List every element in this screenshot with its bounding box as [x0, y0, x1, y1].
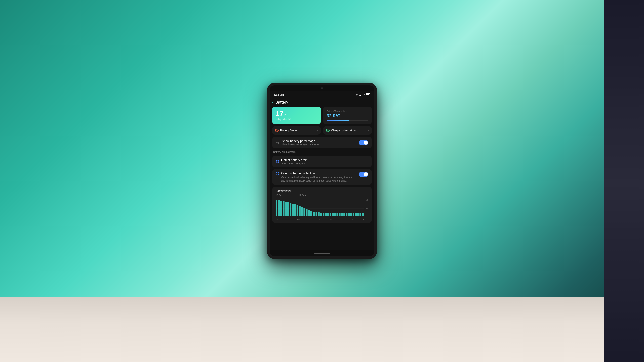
- svg-rect-6: [276, 200, 277, 216]
- overdischarge-left: Overdischarge protection If the device h…: [276, 172, 357, 182]
- svg-rect-11: [287, 202, 289, 216]
- detect-battery-item[interactable]: Detect battery drain Smart detect batter…: [272, 156, 372, 167]
- svg-rect-33: [339, 213, 341, 216]
- show-battery-toggle[interactable]: [359, 140, 368, 145]
- svg-rect-36: [346, 213, 347, 216]
- chart-x-label-09: 09: [330, 218, 332, 220]
- overdischarge-title: Overdischarge protection: [281, 172, 357, 175]
- svg-rect-13: [292, 204, 294, 216]
- detect-icon: [276, 160, 279, 163]
- detect-left: Detect battery drain Smart detect batter…: [276, 158, 308, 165]
- tablet-outer: 5:32 pm ··· ★ ▲ ◠ ‹ Battery: [267, 83, 377, 259]
- battery-percent-sign: %: [284, 112, 287, 117]
- camera-dot: [321, 87, 323, 89]
- charge-optimization-button[interactable]: Charge optimization ›: [323, 126, 372, 135]
- svg-rect-15: [297, 205, 298, 216]
- chart-date-1: 16 Sept: [276, 194, 284, 196]
- temp-bar-container: [327, 120, 368, 121]
- svg-rect-40: [355, 213, 357, 216]
- battery-saver-label: Battery Saver: [280, 129, 297, 132]
- svg-marker-2: [328, 130, 328, 131]
- signal-icon: ▲: [359, 93, 361, 96]
- chart-vertical-line: [315, 197, 315, 217]
- svg-rect-38: [350, 213, 352, 216]
- show-battery-subtitle: Show battery percentage in status bar: [282, 143, 320, 146]
- svg-text:!: !: [277, 130, 277, 131]
- temp-label: Battery Temperature: [327, 110, 368, 112]
- svg-rect-34: [341, 213, 343, 216]
- show-battery-title: Show battery percentage: [282, 139, 320, 143]
- battery-percent-card: 17% 1 day, 5 hrs left: [272, 107, 321, 124]
- bluetooth-icon: ★: [356, 93, 358, 96]
- battery-cards: 17% 1 day, 5 hrs left Battery Temperatur…: [272, 107, 372, 124]
- overdischarge-toggle[interactable]: [359, 172, 368, 177]
- svg-rect-18: [303, 208, 305, 216]
- chart-x-label-18b: 18: [362, 218, 364, 220]
- chart-section: Battery level 16 Sept 17 Sept: [272, 187, 372, 223]
- chart-x-labels: 18 21 00 03 06 09 12 15 18: [276, 218, 368, 220]
- svg-rect-21: [310, 211, 312, 216]
- temp-value: 32.0°C: [327, 113, 368, 119]
- chart-title: Battery level: [276, 189, 368, 192]
- svg-text:0: 0: [367, 215, 368, 217]
- battery-percentage-value: 17: [276, 110, 284, 117]
- battery-chart-svg: 100 50 0: [276, 197, 368, 217]
- chart-x-label-15: 15: [351, 218, 353, 220]
- overdischarge-icon: [276, 172, 279, 175]
- header: ‹ Battery: [270, 98, 374, 107]
- battery-drain-section-label: Battery drain details: [272, 150, 372, 154]
- nav-bar: [270, 250, 374, 256]
- detect-subtitle: Smart detect battery drain: [281, 162, 308, 165]
- svg-rect-29: [330, 213, 331, 216]
- svg-rect-39: [353, 213, 354, 216]
- chart-x-label-03: 03: [308, 218, 310, 220]
- battery-saver-icon: !: [275, 129, 279, 132]
- shield-svg: [276, 160, 279, 163]
- svg-rect-31: [334, 213, 336, 216]
- svg-rect-16: [299, 206, 301, 216]
- svg-rect-7: [278, 200, 280, 216]
- status-dots: ···: [318, 93, 321, 96]
- charge-opt-icon: [326, 129, 330, 132]
- detect-chevron: ›: [368, 160, 368, 163]
- overdischarge-item: Overdischarge protection If the device h…: [272, 169, 372, 185]
- battery-time-left: 1 day, 5 hrs left: [276, 118, 317, 121]
- battery-saver-button[interactable]: ! Battery Saver ›: [272, 126, 321, 135]
- svg-rect-35: [343, 213, 345, 216]
- camera-bar: [270, 85, 374, 91]
- overdischarge-desc: If the device has low battery and has no…: [281, 176, 357, 182]
- svg-rect-17: [301, 207, 303, 216]
- back-button[interactable]: ‹: [272, 100, 273, 104]
- screen-content: ‹ Battery 17% 1 day, 5 hrs left: [270, 98, 374, 256]
- svg-rect-42: [360, 213, 361, 216]
- chart-date-row: 16 Sept 17 Sept: [276, 194, 368, 196]
- battery-status-icon: [366, 93, 370, 96]
- tablet-wrapper: 5:32 pm ··· ★ ▲ ◠ ‹ Battery: [267, 83, 377, 259]
- svg-rect-30: [332, 213, 334, 216]
- battery-temp-card: Battery Temperature 32.0°C: [323, 107, 372, 124]
- bolt-svg: [327, 129, 329, 131]
- svg-rect-26: [323, 213, 324, 216]
- svg-rect-24: [318, 212, 320, 216]
- charge-opt-chevron: ›: [368, 129, 369, 132]
- svg-text:100: 100: [366, 199, 369, 201]
- svg-rect-23: [316, 212, 317, 216]
- svg-text:50: 50: [366, 208, 368, 210]
- chart-x-label-12: 12: [340, 218, 343, 220]
- nav-indicator: [314, 253, 330, 254]
- percent-icon: %: [276, 141, 280, 144]
- battery-fill: [366, 94, 369, 95]
- show-battery-text: Show battery percentage Show battery per…: [282, 139, 320, 146]
- show-battery-left: % Show battery percentage Show battery p…: [276, 139, 359, 146]
- svg-rect-8: [280, 201, 282, 216]
- chart-x-label-18a: 18: [276, 218, 278, 220]
- quick-actions: ! Battery Saver ›: [272, 126, 372, 135]
- desk-surface: [0, 297, 644, 362]
- status-bar: 5:32 pm ··· ★ ▲ ◠: [270, 91, 374, 98]
- svg-rect-28: [327, 213, 329, 216]
- show-battery-item: % Show battery percentage Show battery p…: [272, 137, 372, 148]
- svg-rect-32: [337, 213, 338, 216]
- svg-rect-25: [320, 213, 322, 216]
- page-title: Battery: [275, 100, 288, 105]
- svg-rect-41: [357, 213, 359, 216]
